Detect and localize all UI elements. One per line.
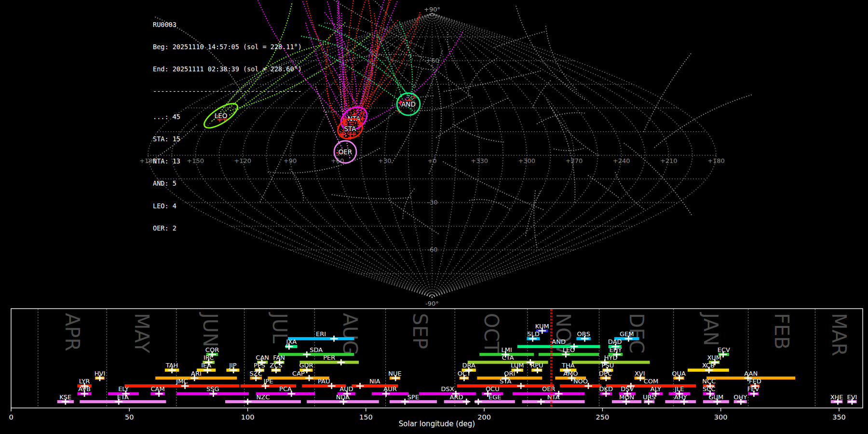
- shower-label-NOO: NOO: [573, 378, 588, 385]
- shower-label-ARD: ARD: [450, 393, 463, 401]
- shower-OCT: OCT: [458, 370, 471, 381]
- shower-DKD: DKD: [599, 385, 613, 397]
- shower-max-marker-NTA: [537, 399, 545, 405]
- axis-tick-label-50: 50: [125, 413, 134, 421]
- x-axis-title: Solar longitude (deg): [399, 420, 475, 428]
- shower-label-CAM: CAM: [151, 385, 165, 393]
- shower-label-NTA: NTA: [547, 393, 560, 401]
- shower-label-EHY: EHY: [609, 346, 622, 353]
- shower-label-JMC: JMC: [176, 378, 188, 385]
- count-OER: OER: 2: [153, 225, 302, 232]
- shower-EVI: EVI: [847, 393, 857, 405]
- shower-JIP: JIP: [226, 362, 239, 373]
- axis-tick-label-200: 200: [477, 413, 491, 421]
- meteor-station-screen: LEONTASTAOERAND+180+150+120+90+60+30+0+3…: [0, 0, 868, 434]
- count-AND: AND: 5: [153, 180, 302, 187]
- shower-max-marker-ERI: [330, 336, 338, 341]
- shower-NDA: NDA: [307, 393, 379, 405]
- shower-NUE: NUE: [388, 370, 401, 381]
- shower-label-AAN: AAN: [744, 370, 758, 377]
- month-label-AUG: AUG: [339, 313, 361, 355]
- count-sporadic: ...: 45: [153, 113, 302, 121]
- shower-label-NIA: NIA: [369, 378, 380, 385]
- count-STA: STA: 15: [153, 136, 302, 143]
- shower-max-marker-NIA: [356, 383, 364, 389]
- shower-max-marker-CAP: [305, 375, 313, 381]
- shower-label-LEO: LEO: [563, 346, 575, 353]
- shower-label-THA: THA: [561, 362, 575, 369]
- shower-XCB: XCB: [688, 362, 729, 373]
- axis-tick-label-150: 150: [359, 413, 373, 421]
- shower-OHY: OHY: [733, 393, 747, 405]
- shower-AVB: AVB: [77, 385, 91, 397]
- obs-begin: Beg: 20251110 14:57:05 (sol = 228.11°): [153, 43, 302, 51]
- month-label-MAY: MAY: [131, 313, 153, 353]
- shower-label-SDA: SDA: [310, 346, 323, 353]
- shower-bar-AUR: [372, 392, 408, 395]
- shower-bar-ERI: [288, 337, 354, 340]
- shower-label-JXA: JXA: [285, 338, 297, 345]
- shower-SLD: SLD: [527, 330, 540, 342]
- month-label-JUN: JUN: [199, 312, 221, 347]
- month-label-FEB: FEB: [771, 313, 793, 350]
- axis-tick-label-0: 0: [9, 413, 13, 421]
- shower-label-COM: COM: [644, 378, 659, 385]
- observation-header: RU0003 Beg: 20251110 14:57:05 (sol = 228…: [153, 6, 302, 247]
- shower-label-XHE: XHE: [830, 393, 843, 401]
- station-id: RU0003: [153, 21, 302, 28]
- shower-RPU: RPU: [530, 362, 543, 373]
- shower-bar-AND: [517, 345, 600, 348]
- axis-tick-label-300: 300: [714, 413, 728, 421]
- shower-bar-SDA: [278, 353, 354, 356]
- shower-label-LMI: LMI: [502, 346, 512, 353]
- shower-label-NZC: NZC: [257, 393, 270, 401]
- shower-max-marker-NZC: [244, 399, 252, 405]
- axis-tick-label-250: 250: [596, 413, 610, 421]
- shower-label-HYD: HYD: [604, 354, 618, 361]
- activity-timeline-chart: APRMAYJUNJULAUGSEPOCTNOVDECJANFEBMARKUME…: [0, 0, 868, 434]
- month-label-OCT: OCT: [480, 313, 502, 353]
- shower-KSE: KSE: [57, 393, 74, 405]
- shower-label-IEA: IEA: [201, 362, 211, 369]
- shower-bar-NZC: [225, 400, 301, 403]
- shower-label-PAU: PAU: [318, 378, 330, 385]
- shower-bar-NOO: [560, 384, 601, 387]
- shower-bar-DSX: [419, 392, 476, 395]
- shower-label-ORS: ORS: [577, 330, 590, 338]
- shower-MON: MON: [612, 393, 641, 405]
- shower-max-marker-STA: [517, 383, 525, 389]
- shower-label-PCA: PCA: [279, 385, 292, 393]
- count-NTA: NTA: 13: [153, 158, 302, 165]
- shower-label-AND: AND: [552, 338, 566, 345]
- shower-ZCS: ZCS: [270, 362, 282, 373]
- shower-XHE: XHE: [830, 393, 843, 405]
- separator: --------------------------------------: [153, 88, 302, 95]
- shower-label-JIP: JIP: [229, 362, 237, 369]
- shower-max-marker-ARD: [462, 399, 470, 405]
- shower-max-marker-EGE: [475, 399, 482, 405]
- shower-label-EGE: EGE: [488, 393, 502, 401]
- shower-label-NCC: NCC: [702, 378, 716, 385]
- shower-label-GEM: GEM: [620, 330, 634, 338]
- month-label-MAR: MAR: [828, 313, 850, 356]
- shower-label-AMO: AMO: [563, 370, 578, 377]
- shower-label-AHY: AHY: [674, 393, 687, 401]
- shower-label-OER: OER: [542, 385, 555, 393]
- shower-DPC: DPC: [599, 370, 612, 381]
- shower-bar-NTA: [522, 400, 585, 403]
- shower-bar-ETA: [80, 400, 166, 403]
- month-label-SEP: SEP: [409, 313, 431, 349]
- shower-label-STA: STA: [500, 378, 511, 385]
- axis-tick-label-100: 100: [241, 413, 255, 421]
- shower-URS: URS: [643, 393, 656, 405]
- shower-bar-STA: [457, 384, 554, 387]
- shower-label-CAP: CAP: [292, 370, 305, 377]
- shower-label-ARI: ARI: [191, 370, 202, 377]
- shower-label-PER: PER: [323, 354, 335, 361]
- axis-tick-label-350: 350: [832, 413, 846, 421]
- shower-bar-SPE: [390, 400, 437, 403]
- shower-label-ERI: ERI: [316, 330, 326, 338]
- shower-max-marker-PER: [337, 359, 345, 365]
- shower-label-SPE: SPE: [407, 393, 419, 401]
- shower-label-CTA: CTA: [502, 354, 514, 361]
